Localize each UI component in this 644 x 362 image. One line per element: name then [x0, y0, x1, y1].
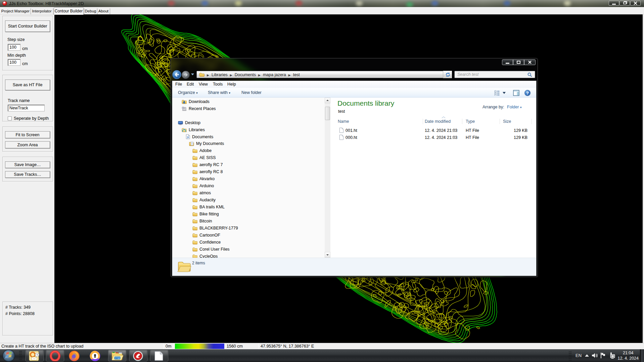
svg-text:?: ? — [526, 91, 529, 96]
